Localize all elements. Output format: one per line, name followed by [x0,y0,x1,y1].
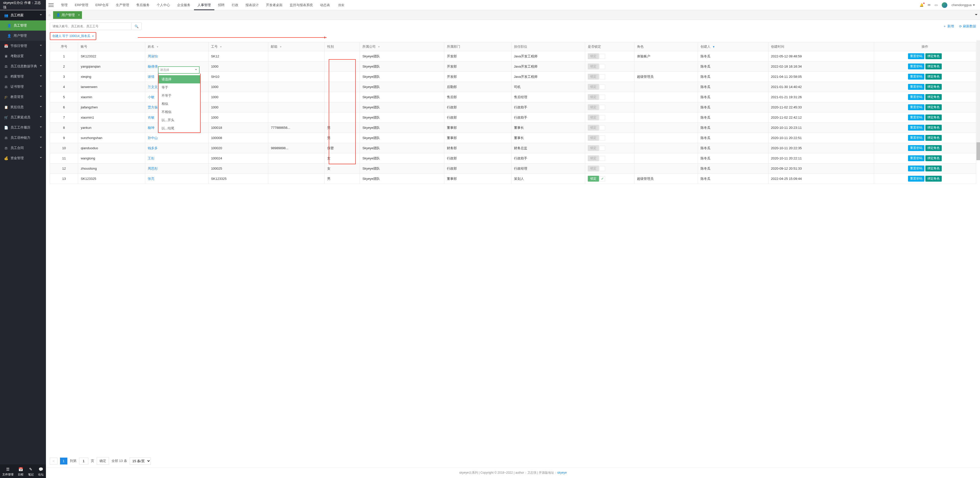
sidebar-item[interactable]: 💰资金管理 [0,153,46,163]
filter-icon[interactable]: ▼ [280,45,282,48]
sidebar-section-staff[interactable]: 👥员工档案 [0,10,46,21]
reset-pw-button[interactable]: 重置密码 [908,145,924,151]
filter-select[interactable]: 请选择 [158,66,200,74]
sidebar-item[interactable]: ⚖档案管理 [0,71,46,82]
reset-pw-button[interactable]: 重置密码 [908,165,924,172]
bind-role-button[interactable]: 绑定角色 [925,94,942,100]
refresh-button[interactable]: ⟳刷新数据 [959,24,976,29]
sidebar-item[interactable]: 📅节假日管理 [0,41,46,51]
topnav-9[interactable]: 行政 [228,0,242,10]
filter-chip[interactable]: 创建人 等于 100014_陈冬瓜 × [52,34,94,38]
topnav-2[interactable]: ERP仓库 [92,0,113,10]
reset-pw-button[interactable]: 重置密码 [908,53,924,59]
bind-role-button[interactable]: 绑定角色 [925,104,942,110]
name-link[interactable]: 兰文文 [148,85,158,89]
lock-check[interactable] [600,64,605,69]
mail-icon[interactable]: ✉ [928,3,931,7]
search-input[interactable]: 🔍 [50,22,142,30]
lock-check[interactable] [600,74,605,79]
tab-more[interactable] [975,13,977,17]
topnav-11[interactable]: 开发者桌面 [262,0,286,10]
repo-link[interactable]: skyeye [557,471,566,475]
topnav-13[interactable]: 动态表 [317,0,334,10]
lock-check[interactable] [600,135,605,141]
lock-check[interactable] [600,95,605,100]
bottom-tool[interactable]: ✎笔记 [28,467,34,476]
sidebar-sub[interactable]: 👤员工管理 [0,21,46,30]
sidebar-item[interactable]: 🖥考勤设置 [0,51,46,61]
lock-button[interactable]: 锁定 [588,145,599,151]
lock-button[interactable]: 锁定 [588,155,599,161]
lock-button[interactable]: 锁定 [588,125,599,130]
sidebar-item[interactable]: 🛒员工家庭成员 [0,112,46,122]
name-link[interactable]: 王彤 [148,156,154,160]
global-search[interactable] [336,2,356,8]
scrollbar[interactable] [977,40,980,160]
reset-pw-button[interactable]: 重置密码 [908,114,924,121]
filter-option[interactable]: 相似 [159,100,200,108]
bind-role-button[interactable]: 绑定角色 [925,53,942,59]
reset-pw-button[interactable]: 重置密码 [908,94,924,100]
lock-button[interactable]: 锁定 [588,114,599,121]
filter-icon[interactable]: ▼ [378,45,380,48]
tab-user-mgmt[interactable]: 👤 用户管理 × [53,11,82,19]
lock-button[interactable]: 锁定 [588,165,599,172]
lock-check[interactable]: ✓ [600,176,605,181]
reset-pw-button[interactable]: 重置密码 [908,104,924,110]
sidebar-item[interactable]: ⚖员工合同 [0,143,46,153]
close-icon[interactable]: × [92,35,94,38]
topnav-1[interactable]: ERP管理 [71,0,92,10]
avatar[interactable] [942,2,947,8]
bottom-tool[interactable]: 📅日程 [18,467,24,476]
name-link[interactable]: 肖敏 [148,116,154,119]
bottom-tool[interactable]: ☰文件管理 [2,467,14,476]
lock-button[interactable]: 锁定 [588,74,599,79]
name-link[interactable]: 张亮 [148,177,154,181]
bottom-tool[interactable]: 💬论坛 [38,467,44,476]
home-icon[interactable]: ⌂ [48,13,51,17]
topnav-8[interactable]: 招聘 [215,0,228,10]
reset-pw-button[interactable]: 重置密码 [908,135,924,141]
lock-button[interactable]: 锁定 [588,104,599,110]
lock-check[interactable] [600,166,605,171]
topnav-3[interactable]: 生产管理 [112,0,133,10]
lock-check[interactable] [600,146,605,151]
bind-role-button[interactable]: 绑定角色 [925,64,942,69]
name-link[interactable]: 孙中山 [148,136,158,140]
reset-pw-button[interactable]: 重置密码 [908,125,924,130]
filter-option[interactable]: 以...开头 [159,116,200,124]
bind-role-button[interactable]: 绑定角色 [925,84,942,90]
user-menu[interactable]: chendonggua [951,3,975,7]
topnav-6[interactable]: 企业服务 [173,0,194,10]
calendar-icon[interactable]: ▭ [935,3,938,7]
sidebar-sub[interactable]: 👤用户管理 [0,30,46,41]
name-link[interactable]: 谢情 [148,75,154,79]
bind-role-button[interactable]: 绑定角色 [925,155,942,161]
search-icon[interactable]: 🔍 [131,23,142,30]
name-link[interactable]: 周思彤 [148,167,158,170]
lock-check[interactable] [600,105,605,110]
topnav-12[interactable]: 监控与报表系统 [286,0,317,10]
filter-option[interactable]: 请选择 [159,75,200,83]
bell-icon[interactable]: 🔔 [920,3,924,7]
page-input[interactable] [79,457,88,464]
menu-toggle-icon[interactable] [48,3,54,7]
topnav-0[interactable]: 管理 [57,0,71,10]
name-link[interactable]: 小敏 [148,95,154,99]
sidebar-item[interactable]: 📋奖惩信息 [0,102,46,112]
topnav-10[interactable]: 报表设计 [242,0,262,10]
lock-button[interactable]: 锁定 [588,84,599,90]
bind-role-button[interactable]: 绑定角色 [925,135,942,141]
name-link[interactable]: 周淑怡 [148,54,158,58]
sidebar-item[interactable]: 🎓教育背景 [0,92,46,102]
bind-role-button[interactable]: 绑定角色 [925,165,942,172]
name-link[interactable]: 钱多多 [148,146,158,150]
filter-option[interactable]: 等于 [159,83,200,92]
bind-role-button[interactable]: 绑定角色 [925,114,942,121]
lock-check[interactable] [600,84,605,89]
goto-confirm[interactable]: 确定 [97,457,109,465]
lock-button[interactable]: 锁定 [588,94,599,100]
page-1[interactable]: 1 [60,457,67,464]
reset-pw-button[interactable]: 重置密码 [908,74,924,79]
filter-option[interactable]: 以...结尾 [159,124,200,132]
